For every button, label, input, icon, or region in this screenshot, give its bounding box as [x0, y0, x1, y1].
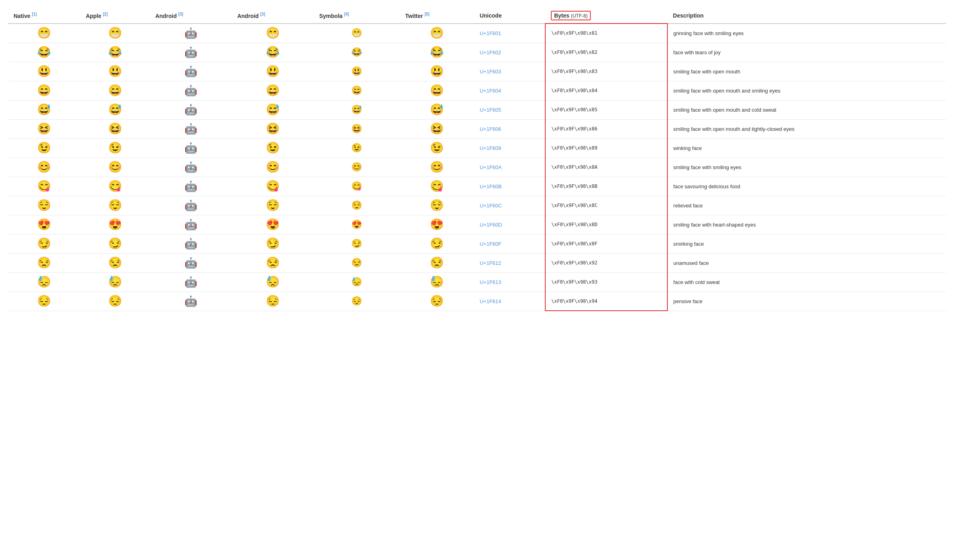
cell-twitter: 😏 [400, 234, 474, 253]
cell-apple: 😋 [80, 177, 150, 196]
main-container: Native [1] Apple [2] Android [3] Android… [0, 0, 954, 319]
table-row: 😃😃🤖😃😃😃U+1F603\xF0\x9F\x98\x83smiling fac… [8, 62, 946, 81]
cell-native: 😍 [8, 215, 80, 234]
cell-unicode[interactable]: U+1F601 [474, 24, 545, 43]
cell-bytes: \xF0\x9F\x98\x8B [545, 177, 667, 196]
cell-symbola: 😋 [314, 177, 400, 196]
unicode-link[interactable]: U+1F60B [480, 183, 502, 189]
cell-unicode[interactable]: U+1F612 [474, 253, 545, 272]
cell-native: 😓 [8, 272, 80, 292]
cell-apple: 😅 [80, 100, 150, 119]
cell-unicode[interactable]: U+1F60F [474, 234, 545, 253]
cell-native: 😃 [8, 62, 80, 81]
cell-description: smiling face with open mouth and smiling… [667, 81, 946, 100]
cell-unicode[interactable]: U+1F605 [474, 100, 545, 119]
cell-android1: 🤖 [150, 43, 232, 62]
cell-unicode[interactable]: U+1F613 [474, 272, 545, 292]
cell-description: face savouring delicious food [667, 177, 946, 196]
cell-native: 😒 [8, 253, 80, 272]
cell-bytes: \xF0\x9F\x98\x8F [545, 234, 667, 253]
cell-android1: 🤖 [150, 119, 232, 138]
cell-description: smiling face with smiling eyes [667, 158, 946, 177]
cell-unicode[interactable]: U+1F604 [474, 81, 545, 100]
cell-unicode[interactable]: U+1F603 [474, 62, 545, 81]
cell-bytes: \xF0\x9F\x98\x8A [545, 158, 667, 177]
table-row: 😄😄🤖😄😄😄U+1F604\xF0\x9F\x98\x84smiling fac… [8, 81, 946, 100]
cell-description: smiling face with heart-shaped eyes [667, 215, 946, 234]
cell-android1: 🤖 [150, 62, 232, 81]
col-header-android2: Android [3] [232, 8, 313, 24]
cell-native: 😌 [8, 196, 80, 215]
cell-symbola: 😊 [314, 158, 400, 177]
unicode-link[interactable]: U+1F606 [480, 126, 501, 132]
cell-native: 😆 [8, 119, 80, 138]
android-robot-icon: 🤖 [184, 180, 197, 192]
unicode-link[interactable]: U+1F604 [480, 88, 501, 94]
cell-description: winking face [667, 138, 946, 158]
unicode-link[interactable]: U+1F60D [480, 222, 502, 228]
unicode-link[interactable]: U+1F603 [480, 69, 501, 75]
unicode-link[interactable]: U+1F612 [480, 260, 501, 266]
unicode-link[interactable]: U+1F605 [480, 107, 501, 113]
unicode-link[interactable]: U+1F602 [480, 49, 501, 55]
cell-twitter: 😋 [400, 177, 474, 196]
cell-native: 😋 [8, 177, 80, 196]
android-robot-icon: 🤖 [184, 27, 197, 39]
col-label-description: Description [673, 12, 704, 19]
cell-twitter: 😌 [400, 196, 474, 215]
cell-android1: 🤖 [150, 272, 232, 292]
cell-native: 😂 [8, 43, 80, 62]
cell-twitter: 😊 [400, 158, 474, 177]
col-header-description: Description [667, 8, 946, 24]
cell-android1: 🤖 [150, 100, 232, 119]
cell-unicode[interactable]: U+1F60A [474, 158, 545, 177]
cell-apple: 😉 [80, 138, 150, 158]
cell-bytes: \xF0\x9F\x98\x86 [545, 119, 667, 138]
col-sup-apple: [2] [103, 12, 108, 16]
table-row: 😏😏🤖😏😏😏U+1F60F\xF0\x9F\x98\x8Fsmirking fa… [8, 234, 946, 253]
cell-native: 😔 [8, 292, 80, 311]
cell-native: 😊 [8, 158, 80, 177]
cell-bytes: \xF0\x9F\x98\x85 [545, 100, 667, 119]
table-row: 😊😊🤖😊😊😊U+1F60A\xF0\x9F\x98\x8Asmiling fac… [8, 158, 946, 177]
cell-unicode[interactable]: U+1F614 [474, 292, 545, 311]
cell-unicode[interactable]: U+1F606 [474, 119, 545, 138]
cell-apple: 😍 [80, 215, 150, 234]
unicode-link[interactable]: U+1F60A [480, 164, 502, 170]
col-sup-android1: [3] [178, 12, 183, 16]
cell-unicode[interactable]: U+1F602 [474, 43, 545, 62]
cell-android1: 🤖 [150, 177, 232, 196]
cell-android1: 🤖 [150, 196, 232, 215]
cell-android2: 😌 [232, 196, 313, 215]
cell-unicode[interactable]: U+1F60D [474, 215, 545, 234]
cell-android2: 😍 [232, 215, 313, 234]
cell-description: smiling face with open mouth [667, 62, 946, 81]
cell-symbola: 😂 [314, 43, 400, 62]
cell-twitter: 😅 [400, 100, 474, 119]
cell-bytes: \xF0\x9F\x98\x84 [545, 81, 667, 100]
cell-unicode[interactable]: U+1F60C [474, 196, 545, 215]
cell-twitter: 😉 [400, 138, 474, 158]
col-header-symbola: Symbola [4] [314, 8, 400, 24]
unicode-link[interactable]: U+1F60F [480, 241, 502, 247]
unicode-link[interactable]: U+1F614 [480, 298, 501, 304]
cell-twitter: 😄 [400, 81, 474, 100]
cell-apple: 😌 [80, 196, 150, 215]
cell-android1: 🤖 [150, 234, 232, 253]
unicode-link[interactable]: U+1F609 [480, 145, 501, 151]
android-robot-icon: 🤖 [184, 65, 197, 77]
cell-twitter: 😒 [400, 253, 474, 272]
col-sup-symbola: [4] [344, 12, 349, 16]
cell-apple: 😆 [80, 119, 150, 138]
cell-twitter: 😔 [400, 292, 474, 311]
cell-unicode[interactable]: U+1F609 [474, 138, 545, 158]
cell-description: relieved face [667, 196, 946, 215]
cell-native: 😉 [8, 138, 80, 158]
unicode-link[interactable]: U+1F613 [480, 279, 501, 285]
unicode-link[interactable]: U+1F60C [480, 203, 502, 209]
col-label-unicode: Unicode [480, 12, 502, 19]
cell-apple: 😔 [80, 292, 150, 311]
unicode-link[interactable]: U+1F601 [480, 30, 501, 36]
cell-android1: 🤖 [150, 253, 232, 272]
cell-unicode[interactable]: U+1F60B [474, 177, 545, 196]
